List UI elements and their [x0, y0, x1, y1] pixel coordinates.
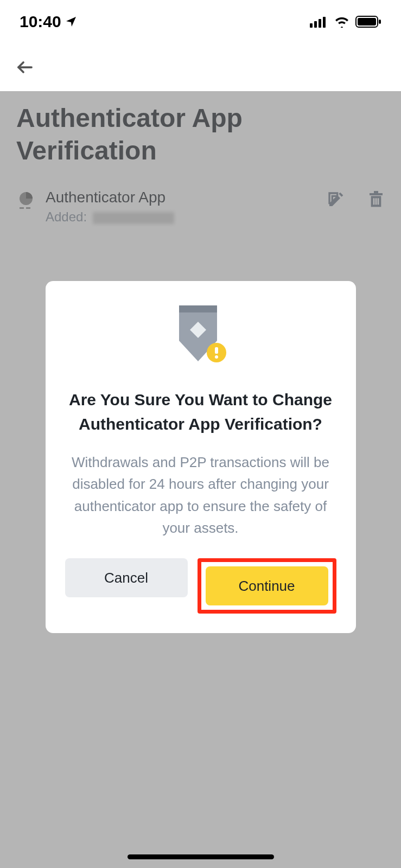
shield-wrap [65, 303, 336, 368]
svg-rect-2 [319, 19, 321, 28]
time-text: 10:40 [20, 12, 61, 31]
confirm-dialog: Are You Sure You Want to Change Authenti… [46, 281, 356, 633]
dialog-body: Withdrawals and P2P transactions will be… [65, 451, 336, 539]
status-bar: 10:40 [0, 0, 401, 43]
status-icons [310, 16, 381, 28]
status-time: 10:40 [20, 12, 78, 31]
svg-rect-6 [379, 20, 381, 24]
location-icon [65, 15, 78, 28]
svg-rect-1 [314, 21, 317, 28]
dialog-title: Are You Sure You Want to Change Authenti… [65, 387, 336, 436]
back-icon[interactable] [15, 58, 35, 77]
svg-rect-18 [215, 347, 218, 354]
nav-bar [0, 43, 401, 91]
cancel-button[interactable]: Cancel [65, 558, 188, 597]
svg-point-19 [215, 355, 218, 359]
modal-overlay: Are You Sure You Want to Change Authenti… [0, 91, 401, 868]
battery-icon [355, 16, 381, 28]
home-indicator[interactable] [128, 854, 274, 859]
continue-button[interactable]: Continue [206, 566, 328, 605]
continue-highlight: Continue [198, 558, 336, 614]
svg-rect-5 [358, 18, 376, 25]
signal-icon [310, 16, 328, 28]
dialog-buttons: Cancel Continue [65, 558, 336, 614]
shield-icon [171, 303, 231, 368]
svg-rect-0 [310, 23, 313, 28]
wifi-icon [334, 16, 350, 28]
svg-rect-3 [323, 17, 326, 28]
